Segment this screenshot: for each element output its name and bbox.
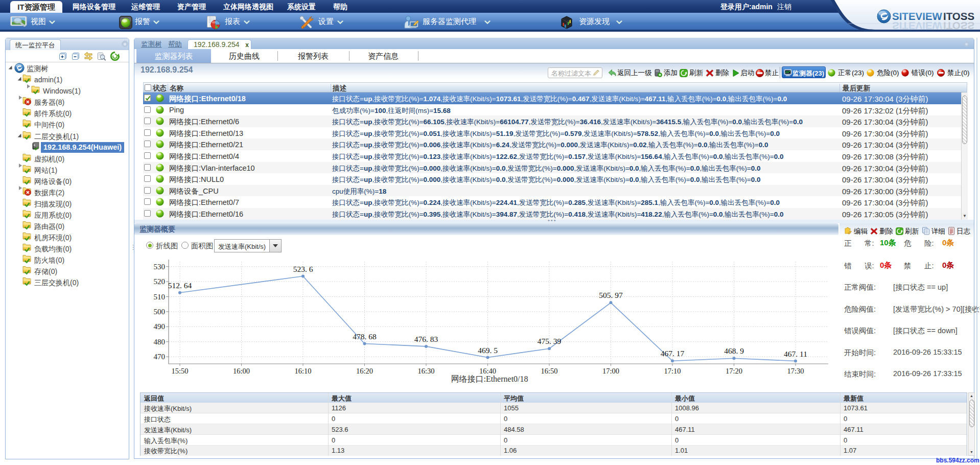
svg-text:469. 5: 469. 5 [478, 346, 498, 355]
svg-text:SITEVIEW: SITEVIEW [892, 20, 943, 32]
svg-text:476. 83: 476. 83 [414, 335, 438, 343]
svg-text:16:10: 16:10 [294, 367, 311, 375]
svg-text:490: 490 [154, 322, 166, 331]
svg-text:467. 11: 467. 11 [784, 350, 807, 358]
svg-text:17:10: 17:10 [664, 367, 681, 375]
svg-text:530: 530 [154, 263, 166, 271]
svg-text:15:50: 15:50 [171, 367, 188, 375]
svg-text:17:30: 17:30 [787, 367, 804, 375]
svg-text:ITOSS: ITOSS [943, 20, 974, 32]
svg-text:17:20: 17:20 [726, 367, 742, 375]
svg-text:16:50: 16:50 [541, 367, 557, 375]
svg-text:523. 6: 523. 6 [293, 265, 313, 273]
svg-text:16:40: 16:40 [479, 367, 496, 375]
svg-text:470: 470 [154, 353, 166, 361]
svg-text:网络接口:Ethernet0/18: 网络接口:Ethernet0/18 [451, 375, 528, 383]
svg-text:16:30: 16:30 [417, 367, 434, 375]
svg-text:17:00: 17:00 [602, 367, 619, 375]
svg-text:467. 17: 467. 17 [661, 349, 685, 358]
svg-text:475. 39: 475. 39 [538, 337, 562, 345]
svg-text:510: 510 [154, 293, 166, 301]
svg-text:468. 9: 468. 9 [724, 346, 744, 355]
svg-text:512. 64: 512. 64 [168, 281, 192, 290]
svg-text:16:00: 16:00 [233, 367, 250, 375]
svg-text:480: 480 [154, 338, 166, 346]
svg-text:500: 500 [154, 308, 166, 316]
svg-text:505. 97: 505. 97 [599, 291, 623, 299]
svg-text:478. 68: 478. 68 [353, 332, 377, 341]
svg-text:16:20: 16:20 [356, 367, 373, 375]
svg-text:520: 520 [154, 277, 166, 286]
